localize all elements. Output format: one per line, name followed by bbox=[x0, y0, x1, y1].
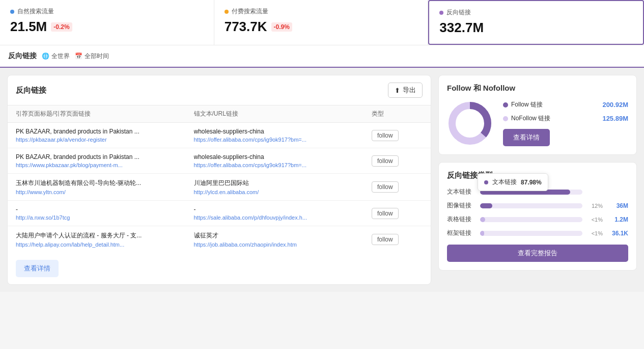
ref-cell: PK BAZAAR, branded products in Pakistan … bbox=[16, 128, 194, 143]
ref-cell: 大陆用户申请个人认证的流程 - 服务大厅 - 支... https://help… bbox=[16, 231, 194, 248]
follow-card-title: Follow 和 Nofollow bbox=[447, 84, 628, 93]
type-row: 图像链接 12% 36M bbox=[447, 201, 628, 210]
bar-container bbox=[480, 203, 582, 208]
type-row: 文本链接 文本链接 87.98% bbox=[447, 187, 628, 196]
paid-dot bbox=[225, 10, 229, 14]
calendar-icon: 📅 bbox=[75, 52, 82, 60]
table-row: PK BAZAAR, branded products in Pakistan … bbox=[8, 148, 431, 174]
type-cell: follow bbox=[372, 130, 423, 141]
section-header: 反向链接 🌐 全世界 📅 全部时间 bbox=[0, 45, 644, 68]
donut-chart bbox=[447, 100, 493, 146]
type-card: 反向链接类型 文本链接 文本链接 87.98% bbox=[438, 162, 637, 271]
backlink-label: 反向链接 bbox=[439, 8, 633, 17]
organic-dot bbox=[10, 10, 14, 14]
export-button[interactable]: ⬆ 导出 bbox=[388, 83, 423, 98]
paid-label: 付费搜索流量 bbox=[225, 7, 418, 16]
export-icon: ⬆ bbox=[395, 87, 400, 94]
follow-nofollow-card: Follow 和 Nofollow Follow 链接 bbox=[438, 75, 637, 155]
tooltip-dot bbox=[484, 180, 488, 184]
backlink-dot bbox=[439, 11, 443, 15]
organic-value: 21.5M -0.2% bbox=[10, 19, 204, 35]
table-row: 大陆用户申请个人认证的流程 - 服务大厅 - 支... https://help… bbox=[8, 226, 431, 253]
anchor-cell: 诚征英才 https://job.alibaba.com/zhaopin/ind… bbox=[194, 231, 372, 248]
filter-time[interactable]: 📅 全部时间 bbox=[75, 52, 109, 61]
follow-badge: follow bbox=[372, 208, 399, 219]
ref-cell: 玉林市川迪机器制造有限公司-导向轮-驱动轮... http://www.yltn… bbox=[16, 179, 194, 195]
type-cell: follow bbox=[372, 234, 423, 245]
follow-legend-dot bbox=[503, 102, 508, 108]
type-cell: follow bbox=[372, 181, 423, 193]
world-icon: 🌐 bbox=[42, 52, 49, 60]
bar-container bbox=[480, 217, 582, 222]
backlink-type-rows: 文本链接 文本链接 87.98% 图像链接 bbox=[447, 187, 628, 237]
tooltip-box: 文本链接 87.98% bbox=[478, 173, 548, 191]
left-panel: 反向链接 ⬆ 导出 引荐页面标题/引荐页面链接 锚文本/URL链接 类型 PK … bbox=[7, 75, 431, 285]
panel-header: 反向链接 ⬆ 导出 bbox=[8, 75, 431, 105]
type-row: 框架链接 <1% 36.1K bbox=[447, 229, 628, 237]
filter-world[interactable]: 🌐 全世界 bbox=[42, 52, 70, 61]
nofollow-legend-dot bbox=[503, 116, 508, 121]
backlink-value: 332.7M bbox=[439, 20, 633, 36]
legend-area: Follow 链接 200.92M NoFollow 链接 125.89M 查看… bbox=[503, 100, 628, 146]
follow-chart-area: Follow 链接 200.92M NoFollow 链接 125.89M 查看… bbox=[447, 100, 628, 146]
type-cell: follow bbox=[372, 208, 423, 219]
section-title: 反向链接 bbox=[8, 51, 37, 61]
bar-container bbox=[480, 231, 582, 236]
follow-detail-button[interactable]: 查看详情 bbox=[503, 129, 550, 146]
organic-change: -0.2% bbox=[51, 22, 72, 32]
type-cell: follow bbox=[372, 155, 423, 167]
follow-badge: follow bbox=[372, 181, 399, 193]
anchor-cell: wholesale-suppliers-china https://offer.… bbox=[194, 128, 372, 143]
view-more-button[interactable]: 查看详情 bbox=[16, 260, 59, 277]
follow-badge: follow bbox=[372, 130, 399, 141]
organic-label: 自然搜索流量 bbox=[10, 7, 204, 16]
nofollow-legend: NoFollow 链接 125.89M bbox=[503, 114, 628, 123]
anchor-cell: 川迪阿里巴巴国际站 http://ylcd.en.alibaba.com/ bbox=[194, 179, 372, 195]
paid-change: -0.9% bbox=[271, 22, 292, 32]
ref-cell: - http://a.nxw.so/1b7tcg bbox=[16, 206, 194, 221]
table-row: - http://a.nxw.so/1b7tcg - https://sale.… bbox=[8, 201, 431, 226]
bar-fill-light bbox=[480, 217, 485, 222]
follow-badge: follow bbox=[372, 234, 399, 245]
table-header: 引荐页面标题/引荐页面链接 锚文本/URL链接 类型 bbox=[8, 105, 431, 123]
bar-fill-light bbox=[480, 231, 484, 236]
follow-legend: Follow 链接 200.92M bbox=[503, 100, 628, 109]
panel-title: 反向链接 bbox=[16, 86, 46, 95]
follow-badge: follow bbox=[372, 155, 399, 167]
table-row: PK BAZAAR, branded products in Pakistan … bbox=[8, 123, 431, 148]
backlink-metric: 反向链接 332.7M bbox=[428, 0, 644, 45]
table-row: 玉林市川迪机器制造有限公司-导向轮-驱动轮... http://www.yltn… bbox=[8, 174, 431, 201]
full-report-button[interactable]: 查看完整报告 bbox=[447, 245, 628, 262]
paid-metric: 付费搜索流量 773.7K -0.9% bbox=[214, 0, 429, 45]
ref-cell: PK BAZAAR, branded products in Pakistan … bbox=[16, 153, 194, 168]
right-panel: Follow 和 Nofollow Follow 链接 bbox=[438, 75, 637, 285]
paid-value: 773.7K -0.9% bbox=[225, 19, 418, 35]
organic-metric: 自然搜索流量 21.5M -0.2% bbox=[0, 0, 214, 45]
bar-fill bbox=[480, 203, 492, 208]
type-row: 表格链接 <1% 1.2M bbox=[447, 215, 628, 224]
main-content: 反向链接 ⬆ 导出 引荐页面标题/引荐页面链接 锚文本/URL链接 类型 PK … bbox=[0, 68, 644, 292]
top-metrics: 自然搜索流量 21.5M -0.2% 付费搜索流量 773.7K -0.9% 反… bbox=[0, 0, 644, 45]
anchor-cell: - https://sale.alibaba.com/p/dhfouvpjy/i… bbox=[194, 206, 372, 221]
anchor-cell: wholesale-suppliers-china https://offer.… bbox=[194, 153, 372, 168]
